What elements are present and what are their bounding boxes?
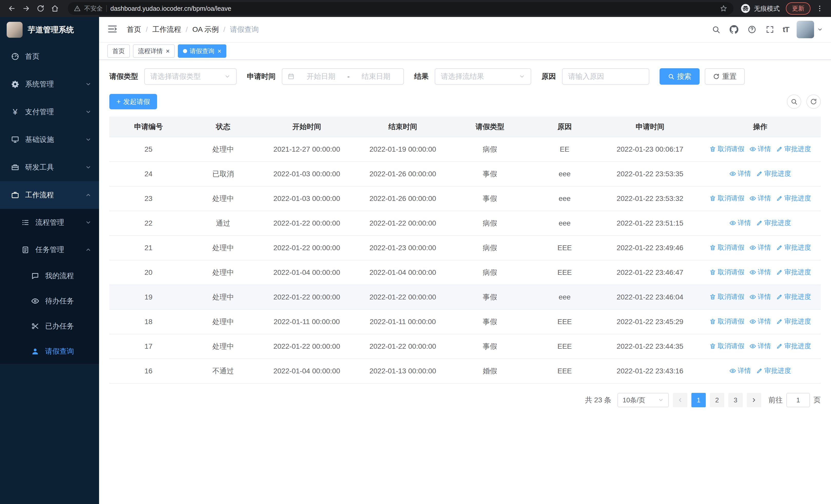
detail-link[interactable]: 详情 [729,169,751,178]
address-bar[interactable]: 不安全 dashboard.yudao.iocoder.cn/bpm/oa/le… [68,2,734,15]
refresh-table-button[interactable] [806,94,821,109]
create-leave-button[interactable]: + 发起请假 [109,94,157,109]
browser-reload-button[interactable] [34,2,47,15]
detail-link[interactable]: 详情 [729,218,751,227]
cell-id: 25 [109,137,188,162]
browser-home-button[interactable] [48,2,62,15]
user-menu[interactable] [797,21,823,38]
cancel-leave-link[interactable]: 取消请假 [709,342,744,351]
browser-back-button[interactable] [5,2,19,15]
close-icon[interactable]: × [165,48,170,54]
approval-progress-link[interactable]: 审批进度 [776,243,811,252]
detail-link[interactable]: 详情 [749,145,771,153]
url-text[interactable]: dashboard.yudao.iocoder.cn/bpm/oa/leave [110,5,716,12]
cell-applied: 2022-01-22 23:51:15 [600,211,700,236]
fullscreen-button[interactable] [765,24,775,35]
eye-icon [749,244,756,251]
cancel-leave-link[interactable]: 取消请假 [709,194,744,203]
cancel-leave-link[interactable]: 取消请假 [709,243,744,252]
result-select[interactable]: 请选择流结果 [435,68,531,85]
sidebar-item-workflow[interactable]: 工作流程 [0,181,99,209]
detail-link[interactable]: 详情 [749,342,771,351]
approval-progress-link[interactable]: 审批进度 [776,194,811,203]
apply-time-range-picker[interactable]: 开始日期 - 结束日期 [282,68,404,85]
browser-menu-button[interactable] [813,2,826,14]
approval-progress-link[interactable]: 审批进度 [756,169,791,178]
approval-progress-link[interactable]: 审批进度 [776,317,811,326]
briefcase-icon [11,191,20,199]
search-button[interactable]: 搜索 [660,68,699,85]
tab-home[interactable]: 首页 [107,45,130,58]
table-header-row: 申请编号 状态 开始时间 结束时间 请假类型 原因 申请时间 操作 [109,117,821,137]
cancel-leave-link[interactable]: 取消请假 [709,145,744,153]
close-icon[interactable]: × [217,48,221,54]
reset-button[interactable]: 重置 [705,68,745,85]
reason-input[interactable] [562,68,649,85]
help-button[interactable] [747,24,757,35]
cancel-leave-link[interactable]: 取消请假 [709,268,744,277]
approval-progress-link[interactable]: 审批进度 [776,268,811,277]
sidebar-item-dev-tools[interactable]: 研发工具 [0,153,99,181]
prev-page-button[interactable] [673,393,687,407]
leave-type-select[interactable]: 请选择请假类型 [144,68,237,85]
header-search-button[interactable] [711,24,721,35]
cell-start: 2022-01-04 00:00:00 [259,260,355,285]
toggle-search-button[interactable] [787,94,801,109]
approval-progress-link[interactable]: 审批进度 [776,342,811,351]
detail-link[interactable]: 详情 [749,292,771,301]
cancel-leave-link[interactable]: 取消请假 [709,292,744,301]
detail-link[interactable]: 详情 [749,317,771,326]
sidebar-item-my-processes[interactable]: 我的流程 [0,263,99,289]
bookmark-star-icon[interactable] [720,5,727,12]
action-label: 取消请假 [718,317,744,326]
detail-link[interactable]: 详情 [749,194,771,203]
cell-type: 病假 [451,260,529,285]
goto-page-input[interactable] [786,393,810,407]
detail-link[interactable]: 详情 [729,366,751,375]
logo-image [7,22,23,38]
sidebar-item-task-management[interactable]: 任务管理 [0,236,99,263]
app-title: 芋道管理系统 [28,25,74,35]
page-size-select[interactable]: 10条/页 [618,393,669,407]
cancel-leave-link[interactable]: 取消请假 [709,317,744,326]
chevron-down-icon [85,109,91,115]
sidebar-item-system-management[interactable]: 系统管理 [0,70,99,98]
edit-pen-icon [776,269,783,276]
app-logo[interactable]: 芋道管理系统 [0,17,99,42]
cell-applied: 2022-01-22 23:49:46 [600,236,700,260]
font-size-button[interactable]: tT [783,25,789,34]
breadcrumb-home[interactable]: 首页 [127,25,141,34]
detail-link[interactable]: 详情 [749,243,771,252]
cell-status: 处理中 [188,260,259,285]
sidebar-item-leave-query[interactable]: 请假查询 [0,339,99,364]
browser-forward-button[interactable] [20,2,33,15]
next-page-button[interactable] [747,393,761,407]
page-button-3[interactable]: 3 [728,393,743,407]
sidebar-item-infrastructure[interactable]: 基础设施 [0,126,99,153]
incognito-icon [741,4,750,13]
sidebar-item-done-tasks[interactable]: 已办任务 [0,314,99,339]
gear-icon [11,80,20,89]
approval-progress-link[interactable]: 审批进度 [776,145,811,153]
sidebar-collapse-button[interactable] [107,24,119,35]
sidebar-item-process-management[interactable]: 流程管理 [0,209,99,236]
tab-process-detail[interactable]: 流程详情 × [133,45,175,58]
table-row: 22通过2022-01-22 00:00:002022-01-22 00:00:… [109,211,821,236]
sidebar-item-home[interactable]: 首页 [0,42,99,70]
page-button-1[interactable]: 1 [691,393,706,407]
tab-leave-query[interactable]: 请假查询 × [178,45,226,58]
approval-progress-link[interactable]: 审批进度 [756,218,791,227]
security-label[interactable]: 不安全 [84,4,103,12]
breadcrumb-workflow[interactable]: 工作流程 [152,25,181,34]
sidebar-item-label: 首页 [25,52,39,61]
cell-id: 24 [109,162,188,186]
detail-link[interactable]: 详情 [749,268,771,277]
github-button[interactable] [729,24,739,35]
sidebar-item-todo-tasks[interactable]: 待办任务 [0,289,99,314]
approval-progress-link[interactable]: 审批进度 [776,292,811,301]
sidebar-item-payment-management[interactable]: ¥ 支付管理 [0,98,99,126]
approval-progress-link[interactable]: 审批进度 [756,366,791,375]
page-button-2[interactable]: 2 [710,393,724,407]
browser-update-button[interactable]: 更新 [786,2,810,14]
breadcrumb-oa-example[interactable]: OA 示例 [193,25,219,34]
